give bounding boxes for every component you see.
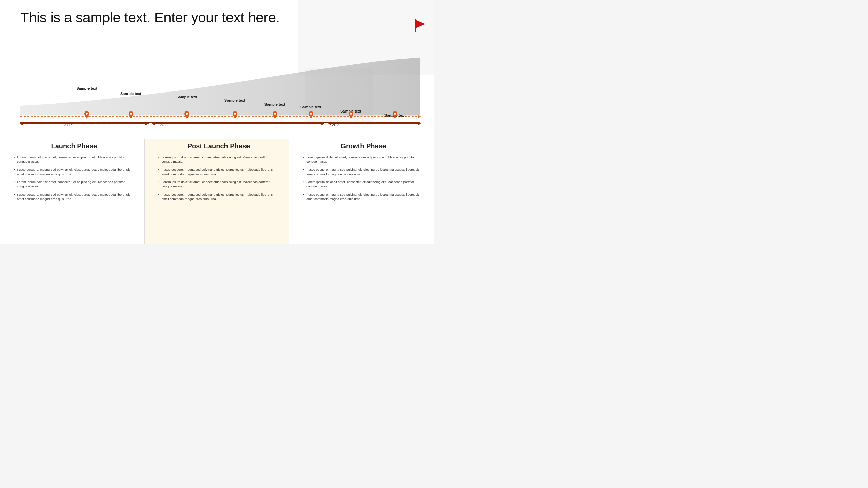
milestone-7: Sample text bbox=[340, 109, 361, 119]
svg-point-5 bbox=[234, 113, 236, 115]
phase-launch-bullets: Lorem ipsum dolor sit amet, consectetuer… bbox=[14, 155, 135, 201]
milestone-2: Sample text bbox=[120, 92, 141, 119]
svg-point-6 bbox=[274, 113, 276, 115]
flag-icon bbox=[414, 19, 427, 32]
svg-rect-0 bbox=[415, 19, 416, 32]
phase-post-launch-bullet-2: Fusce posuere, magna sed pulvinar ultric… bbox=[158, 167, 279, 177]
phase-growth-bullet-2: Fusce posuere, magna sed pulvinar ultric… bbox=[303, 167, 424, 177]
timeline-bar bbox=[20, 122, 420, 123]
pin-icon-5 bbox=[272, 111, 278, 119]
phase-launch-title: Launch Phase bbox=[14, 142, 135, 150]
phase-post-launch-bullet-3: Lorem ipsum dolor sit amet, consectetuer… bbox=[158, 180, 279, 189]
svg-point-9 bbox=[394, 113, 396, 115]
timeline-segment-2021 bbox=[329, 123, 420, 124]
slide-title: This is a sample text. Enter your text h… bbox=[20, 9, 280, 26]
phase-growth-bullet-1: Lorem ipsum dollar sit amet, consectetue… bbox=[303, 155, 424, 164]
phase-growth-bullets: Lorem ipsum dollar sit amet, consectetue… bbox=[303, 155, 424, 201]
phase-launch-bullet-3: Lorem ipsum dolor sit amet, consectetuer… bbox=[14, 180, 135, 189]
slide: This is a sample text. Enter your text h… bbox=[0, 0, 434, 244]
pin-icon-8 bbox=[392, 111, 398, 119]
svg-marker-1 bbox=[416, 20, 425, 28]
milestone-8: Sample text bbox=[384, 113, 406, 119]
phase-post-launch-bullet-4: Fusce posuere, magna sed pulvinar ultric… bbox=[158, 192, 279, 201]
pin-icon-1 bbox=[84, 111, 90, 119]
pin-icon-2 bbox=[128, 111, 134, 119]
svg-point-2 bbox=[86, 113, 88, 115]
year-label-2019: 2019 bbox=[63, 122, 73, 127]
phase-post-launch: Post Launch Phase Lorem ipsum dolor sit … bbox=[145, 139, 290, 244]
phase-launch: Launch Phase Lorem ipsum dolor sit amet,… bbox=[0, 139, 145, 244]
pin-icon-4 bbox=[232, 111, 238, 119]
year-label-2020: 2020 bbox=[159, 122, 169, 127]
phase-launch-bullet-4: Fusce posuere, magna sed pulvinar ultric… bbox=[14, 192, 135, 201]
year-label-2021: 2021 bbox=[332, 122, 341, 127]
timeline-segment-2019 bbox=[20, 123, 149, 124]
phases-section: Launch Phase Lorem ipsum dolor sit amet,… bbox=[0, 139, 434, 244]
milestone-4: Sample text bbox=[224, 98, 245, 119]
svg-point-4 bbox=[186, 113, 188, 115]
svg-point-7 bbox=[310, 113, 312, 115]
milestone-5: Sample text bbox=[264, 102, 285, 119]
phase-growth-bullet-3: Lorem ipsum dolor sit amet, consectetuer… bbox=[303, 180, 424, 189]
milestone-6: Sample text bbox=[300, 105, 321, 119]
phase-launch-bullet-2: Fusce posuere, magna sed pulvinar ultric… bbox=[14, 167, 135, 177]
milestone-1: Sample text bbox=[76, 86, 97, 119]
pin-icon-6 bbox=[308, 111, 314, 119]
phase-post-launch-bullets: Lorem ipsum dolor sit amet, consectetuer… bbox=[158, 155, 279, 201]
phase-growth-title: Growth Phase bbox=[303, 142, 424, 150]
pin-icon-7 bbox=[348, 111, 354, 119]
svg-point-3 bbox=[130, 113, 132, 115]
phase-post-launch-title: Post Launch Phase bbox=[158, 142, 279, 150]
milestone-3: Sample text bbox=[176, 95, 197, 119]
phase-launch-bullet-1: Lorem ipsum dolor sit amet, consectetuer… bbox=[14, 155, 135, 164]
svg-point-8 bbox=[350, 113, 352, 115]
pin-icon-3 bbox=[184, 111, 190, 119]
phase-post-launch-bullet-1: Lorem ipsum dolor sit amet, consectetuer… bbox=[158, 155, 279, 164]
phase-growth-bullet-4: Fusce posuere, magna sed pulvinar ultric… bbox=[303, 192, 424, 201]
timeline-area: 2019 2020 2021 Sample text Sample text bbox=[20, 41, 420, 129]
phase-growth: Growth Phase Lorem ipsum dollar sit amet… bbox=[289, 139, 434, 244]
timeline-segment-2020 bbox=[152, 123, 324, 124]
